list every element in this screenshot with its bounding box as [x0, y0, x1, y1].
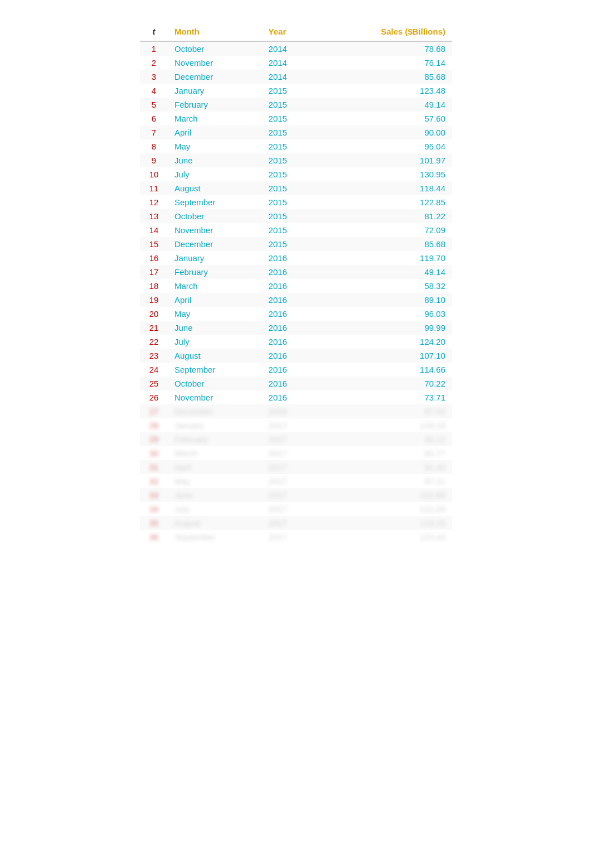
cell-sales: 131.05 [317, 502, 452, 516]
cell-index: 27 [140, 404, 168, 418]
table-row: 13 October 2015 81.22 [140, 209, 452, 223]
cell-year: 2015 [262, 84, 317, 98]
cell-month: January [168, 84, 262, 98]
cell-year: 2017 [262, 432, 317, 446]
cell-year: 2014 [262, 70, 317, 84]
cell-month: August [168, 181, 262, 195]
table-row-blurred: 31 April 2017 91.40 [140, 460, 452, 474]
cell-sales: 123.44 [317, 530, 452, 544]
cell-month: September [168, 530, 262, 544]
cell-sales: 119.70 [317, 251, 452, 265]
cell-year: 2016 [262, 251, 317, 265]
table-row: 1 October 2014 78.68 [140, 41, 452, 56]
cell-sales: 72.09 [317, 223, 452, 237]
cell-sales: 97.11 [317, 474, 452, 488]
cell-index: 24 [140, 363, 168, 377]
cell-year: 2014 [262, 41, 317, 56]
cell-month: March [168, 112, 262, 126]
cell-year: 2016 [262, 390, 317, 404]
cell-index: 4 [140, 84, 168, 98]
cell-month: April [168, 293, 262, 307]
cell-sales: 95.04 [317, 139, 452, 153]
table-row: 18 March 2016 58.32 [140, 279, 452, 293]
cell-month: November [168, 56, 262, 70]
cell-index: 35 [140, 516, 168, 530]
cell-index: 10 [140, 167, 168, 181]
cell-index: 34 [140, 502, 168, 516]
cell-sales: 57.60 [317, 112, 452, 126]
cell-month: July [168, 502, 262, 516]
table-row: 14 November 2015 72.09 [140, 223, 452, 237]
cell-sales: 119.22 [317, 516, 452, 530]
table-row: 7 April 2015 90.00 [140, 126, 452, 139]
table-row-blurred: 28 January 2017 128.33 [140, 418, 452, 432]
table-row: 15 December 2015 85.68 [140, 237, 452, 251]
cell-sales: 122.85 [317, 195, 452, 209]
cell-month: February [168, 265, 262, 279]
cell-month: April [168, 126, 262, 139]
cell-sales: 123.48 [317, 84, 452, 98]
cell-year: 2016 [262, 363, 317, 377]
cell-year: 2016 [262, 307, 317, 321]
table-row-blurred: 36 September 2017 123.44 [140, 530, 452, 544]
table-row: 22 July 2016 124.20 [140, 335, 452, 349]
cell-year: 2015 [262, 195, 317, 209]
cell-year: 2015 [262, 209, 317, 223]
cell-month: August [168, 516, 262, 530]
cell-index: 25 [140, 377, 168, 390]
cell-year: 2016 [262, 293, 317, 307]
cell-index: 1 [140, 41, 168, 56]
data-table: t Month Year Sales ($Billions) 1 October… [140, 22, 452, 544]
cell-month: May [168, 474, 262, 488]
cell-index: 28 [140, 418, 168, 432]
cell-sales: 96.03 [317, 307, 452, 321]
cell-index: 13 [140, 209, 168, 223]
cell-year: 2015 [262, 139, 317, 153]
cell-sales: 99.99 [317, 321, 452, 335]
table-row: 5 February 2015 49.14 [140, 98, 452, 112]
table-row-blurred: 27 December 2016 87.45 [140, 404, 452, 418]
table-row: 19 April 2016 89.10 [140, 293, 452, 307]
cell-sales: 102.88 [317, 488, 452, 502]
col-header-index: t [140, 22, 168, 41]
cell-sales: 81.22 [317, 209, 452, 223]
cell-year: 2017 [262, 474, 317, 488]
col-header-year: Year [262, 22, 317, 41]
cell-sales: 118.44 [317, 181, 452, 195]
cell-sales: 90.00 [317, 126, 452, 139]
table-row: 3 December 2014 85.68 [140, 70, 452, 84]
cell-year: 2017 [262, 516, 317, 530]
cell-month: April [168, 460, 262, 474]
cell-month: March [168, 446, 262, 460]
cell-index: 15 [140, 237, 168, 251]
cell-month: September [168, 363, 262, 377]
cell-index: 32 [140, 474, 168, 488]
table-row: 2 November 2014 76.14 [140, 56, 452, 70]
cell-year: 2015 [262, 167, 317, 181]
cell-year: 2017 [262, 502, 317, 516]
cell-index: 3 [140, 70, 168, 84]
cell-sales: 85.68 [317, 237, 452, 251]
table-row: 25 October 2016 70.22 [140, 377, 452, 390]
cell-index: 9 [140, 153, 168, 167]
cell-month: August [168, 349, 262, 363]
cell-index: 12 [140, 195, 168, 209]
table-row: 10 July 2015 130.95 [140, 167, 452, 181]
cell-index: 18 [140, 279, 168, 293]
table-row: 16 January 2016 119.70 [140, 251, 452, 265]
cell-sales: 49.14 [317, 98, 452, 112]
table-row: 23 August 2016 107.10 [140, 349, 452, 363]
cell-month: July [168, 335, 262, 349]
cell-year: 2017 [262, 530, 317, 544]
table-row: 24 September 2016 114.66 [140, 363, 452, 377]
cell-month: January [168, 418, 262, 432]
table-row: 20 May 2016 96.03 [140, 307, 452, 321]
cell-index: 22 [140, 335, 168, 349]
cell-month: June [168, 488, 262, 502]
cell-year: 2016 [262, 404, 317, 418]
cell-year: 2015 [262, 126, 317, 139]
cell-index: 30 [140, 446, 168, 460]
cell-year: 2017 [262, 460, 317, 474]
cell-year: 2016 [262, 349, 317, 363]
cell-month: November [168, 390, 262, 404]
